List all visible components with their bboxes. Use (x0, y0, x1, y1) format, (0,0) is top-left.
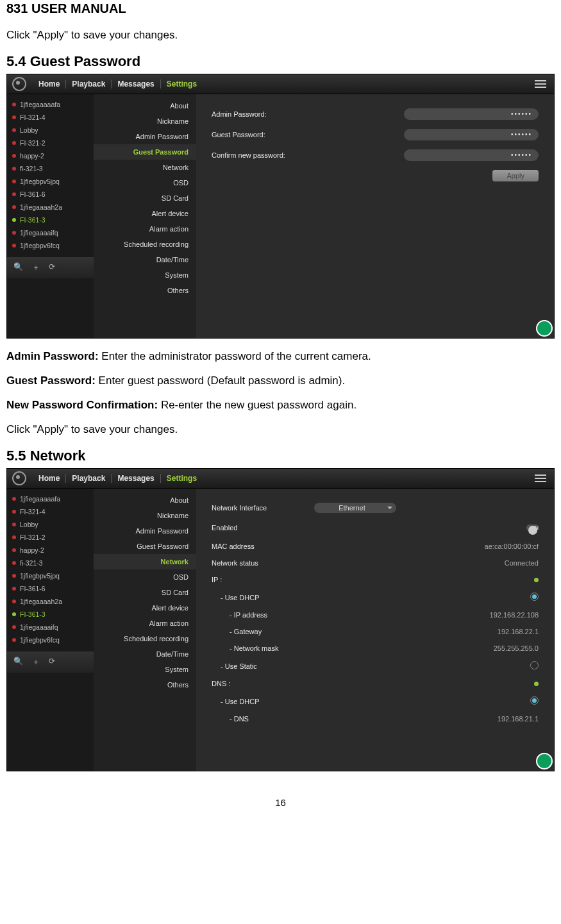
settings-menu: About Nickname Admin Password Guest Pass… (94, 94, 196, 338)
menu-guest-password[interactable]: Guest Password (94, 539, 196, 554)
doc-title: 831 USER MANUAL (6, 1, 555, 16)
page-number: 16 (6, 797, 555, 808)
tab-playback[interactable]: Playback (66, 474, 112, 483)
menu-nickname[interactable]: Nickname (94, 508, 196, 523)
add-icon[interactable]: ＋ (32, 262, 40, 273)
device-item[interactable]: FI-361-3 (7, 608, 94, 621)
menu-alert-device[interactable]: Alert device (94, 206, 196, 221)
menu-network[interactable]: Network (94, 160, 196, 175)
tab-settings[interactable]: Settings (161, 80, 203, 88)
menu-alert-device[interactable]: Alert device (94, 600, 196, 616)
use-static-radio[interactable] (530, 661, 539, 669)
menu-date-time[interactable]: Date/Time (94, 252, 196, 267)
use-dhcp-radio[interactable] (530, 592, 539, 601)
dns-use-dhcp-radio[interactable] (530, 696, 539, 705)
device-item[interactable]: happy-2 (7, 544, 94, 557)
menu-scheduled-recording[interactable]: Scheduled recording (94, 631, 196, 646)
corner-badge-icon (536, 320, 553, 337)
device-item[interactable]: Lobby (7, 518, 94, 531)
ip-heading: IP : (212, 576, 314, 584)
mac-address-value: ae:ca:00:00:00:cf (485, 542, 539, 550)
add-icon[interactable]: ＋ (32, 657, 40, 668)
status-dot-icon (534, 578, 539, 582)
confirm-password-label: Confirm new password: (212, 151, 314, 159)
confirm-password-desc: New Password Confirmation: Re-enter the … (6, 399, 555, 412)
refresh-icon[interactable]: ⟳ (49, 657, 55, 668)
network-status-value: Connected (505, 559, 539, 567)
menu-scheduled-recording[interactable]: Scheduled recording (94, 237, 196, 252)
menu-network[interactable]: Network (94, 554, 196, 569)
device-item[interactable]: FI-361-6 (7, 582, 94, 595)
menu-about[interactable]: About (94, 492, 196, 508)
gateway-label: - Gateway (212, 628, 332, 635)
guest-password-input[interactable]: •••••• (404, 129, 539, 140)
device-toolbar: 🔍 ＋ ⟳ (7, 651, 94, 673)
device-item[interactable]: 1jfiegbpv5jpq (7, 569, 94, 582)
enabled-label: Enabled (212, 524, 314, 532)
tab-messages[interactable]: Messages (112, 474, 160, 483)
device-item[interactable]: 1jfiegbpv5jpq (7, 175, 94, 188)
app-topbar: Home Playback Messages Settings (7, 469, 554, 489)
menu-admin-password[interactable]: Admin Password (94, 129, 196, 144)
content-pane: Admin Password:•••••• Guest Password:•••… (196, 94, 554, 338)
enabled-toggle[interactable]: ON (526, 525, 539, 531)
menu-system[interactable]: System (94, 267, 196, 283)
app-topbar: Home Playback Messages Settings (7, 74, 554, 94)
confirm-password-input[interactable]: •••••• (404, 149, 539, 161)
tab-playback[interactable]: Playback (66, 80, 112, 88)
admin-password-input[interactable]: •••••• (404, 108, 539, 120)
section-heading-55: 5.5 Network (6, 448, 555, 464)
device-item[interactable]: FI-321-2 (7, 531, 94, 544)
menu-date-time[interactable]: Date/Time (94, 646, 196, 662)
menu-sd-card[interactable]: SD Card (94, 190, 196, 206)
apply-button[interactable]: Apply (492, 170, 539, 181)
menu-others[interactable]: Others (94, 283, 196, 298)
device-item[interactable]: 1jfiegbpv6fcq (7, 634, 94, 646)
tab-home[interactable]: Home (33, 80, 66, 88)
menu-admin-password[interactable]: Admin Password (94, 523, 196, 539)
menu-guest-password[interactable]: Guest Password (94, 144, 196, 160)
network-interface-select[interactable]: Ethernet (314, 503, 396, 513)
device-item[interactable]: 1jfiegaaaah2a (7, 595, 94, 608)
tab-home[interactable]: Home (33, 474, 66, 483)
ip-address-label: - IP address (212, 611, 332, 619)
ip-address-value: 192.168.22.108 (490, 611, 539, 619)
hamburger-icon[interactable] (532, 472, 549, 485)
app-logo-icon (12, 471, 26, 485)
menu-osd[interactable]: OSD (94, 569, 196, 585)
network-status-label: Network status (212, 559, 314, 567)
menu-others[interactable]: Others (94, 677, 196, 693)
search-icon[interactable]: 🔍 (13, 262, 23, 273)
menu-sd-card[interactable]: SD Card (94, 585, 196, 600)
device-item[interactable]: fi-321-3 (7, 557, 94, 569)
device-item[interactable]: 1jfiegaaaaifq (7, 621, 94, 634)
refresh-icon[interactable]: ⟳ (49, 262, 55, 273)
device-item[interactable]: Lobby (7, 124, 94, 137)
menu-about[interactable]: About (94, 98, 196, 113)
device-item[interactable]: 1jfiegaaaaifq (7, 226, 94, 239)
search-icon[interactable]: 🔍 (13, 657, 23, 668)
device-item[interactable]: FI-321-2 (7, 137, 94, 149)
device-item[interactable]: happy-2 (7, 149, 94, 162)
device-item[interactable]: 1jfiegaaaaafa (7, 98, 94, 111)
device-item[interactable]: 1jfiegbpv6fcq (7, 239, 94, 252)
menu-system[interactable]: System (94, 662, 196, 677)
device-item[interactable]: 1jfiegaaaah2a (7, 201, 94, 214)
app-screenshot-guest-password: Home Playback Messages Settings 1jfiegaa… (6, 74, 555, 339)
tab-messages[interactable]: Messages (112, 80, 160, 88)
section-heading-54: 5.4 Guest Password (6, 53, 555, 70)
device-item[interactable]: FI-361-3 (7, 214, 94, 226)
menu-alarm-action[interactable]: Alarm action (94, 616, 196, 631)
device-item[interactable]: fi-321-3 (7, 162, 94, 175)
status-dot-icon (534, 682, 539, 686)
device-item[interactable]: FI-321-4 (7, 111, 94, 124)
device-item[interactable]: FI-321-4 (7, 505, 94, 518)
tab-settings[interactable]: Settings (161, 474, 203, 483)
menu-osd[interactable]: OSD (94, 175, 196, 190)
hamburger-icon[interactable] (532, 78, 549, 90)
device-item[interactable]: 1jfiegaaaaafa (7, 492, 94, 505)
menu-alarm-action[interactable]: Alarm action (94, 221, 196, 237)
device-item[interactable]: FI-361-6 (7, 188, 94, 201)
use-dhcp-label: - Use DHCP (212, 594, 323, 601)
menu-nickname[interactable]: Nickname (94, 113, 196, 129)
